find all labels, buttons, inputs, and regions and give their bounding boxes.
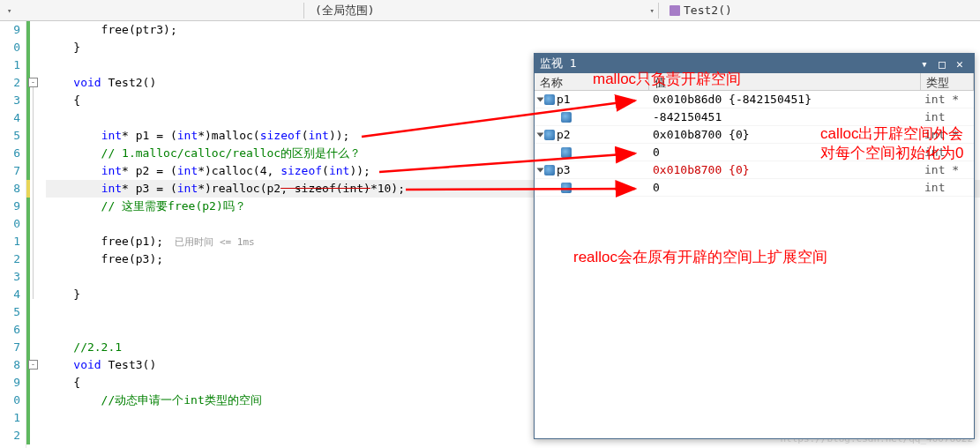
var-name: p3 bbox=[557, 163, 571, 176]
variable-icon bbox=[544, 130, 555, 140]
variable-icon bbox=[544, 165, 555, 175]
variable-icon bbox=[544, 94, 555, 105]
watch-row[interactable]: p10x010b86d0 {-842150451}int * bbox=[535, 91, 974, 108]
maximize-icon[interactable]: □ bbox=[933, 57, 951, 71]
scope-toolbar: ▾ (全局范围) ▾ Test2() bbox=[0, 0, 980, 21]
fold-margin: - - bbox=[26, 21, 42, 448]
variable-icon bbox=[561, 183, 572, 193]
change-marker-unsaved bbox=[26, 180, 30, 198]
expand-icon[interactable] bbox=[537, 168, 544, 172]
line-gutter: 901234567890123456789012 bbox=[0, 21, 26, 448]
var-value: 0 bbox=[649, 181, 921, 194]
chevron-down-icon: ▾ bbox=[650, 6, 655, 15]
scope-dropdown-mid[interactable]: (全局范围) bbox=[308, 3, 650, 19]
watch-row[interactable]: p30x010b8700 {0}int * bbox=[535, 161, 974, 179]
var-name: p2 bbox=[557, 128, 571, 141]
chevron-down-icon: ▾ bbox=[7, 6, 11, 15]
fold-toggle[interactable]: - bbox=[28, 78, 38, 87]
fold-toggle[interactable]: - bbox=[28, 360, 38, 370]
watch-row[interactable]: 0int bbox=[535, 179, 974, 197]
var-type: int bbox=[921, 181, 974, 194]
annotation-calloc-1: calloc出开辟空间外会 bbox=[820, 123, 963, 144]
var-type: int * bbox=[921, 93, 974, 106]
var-value: 0x010b86d0 {-842150451} bbox=[649, 93, 921, 106]
annotation-malloc: malloc只负责开辟空间 bbox=[593, 69, 741, 89]
var-type: int bbox=[921, 110, 974, 123]
variable-icon bbox=[561, 112, 572, 123]
var-name: p1 bbox=[557, 93, 571, 106]
expand-icon[interactable] bbox=[537, 97, 544, 101]
separator bbox=[303, 3, 304, 19]
method-icon bbox=[670, 5, 680, 16]
annotation-calloc-2: 对每个空间初始化为0 bbox=[820, 143, 963, 163]
var-value: -842150451 bbox=[649, 110, 921, 123]
scope-dropdown-left[interactable]: ▾ bbox=[0, 6, 300, 15]
variable-icon bbox=[561, 147, 572, 158]
separator bbox=[658, 3, 659, 19]
col-type[interactable]: 类型 bbox=[921, 73, 974, 90]
scope-label: (全局范围) bbox=[315, 3, 375, 19]
var-type: int * bbox=[921, 163, 974, 176]
watch-window: 监视 1 ▾ □ ✕ 名称 值 类型 p10x010b86d0 {-842150… bbox=[534, 53, 975, 439]
annotation-realloc: realloc会在原有开辟的空间上扩展空间 bbox=[573, 247, 827, 267]
close-icon[interactable]: ✕ bbox=[951, 57, 969, 71]
function-label: Test2() bbox=[684, 4, 732, 17]
var-value: 0x010b8700 {0} bbox=[649, 163, 921, 176]
dropdown-icon[interactable]: ▾ bbox=[916, 57, 933, 71]
function-dropdown[interactable]: Test2() bbox=[662, 4, 980, 17]
expand-icon[interactable] bbox=[537, 132, 544, 137]
fold-line bbox=[33, 87, 34, 299]
